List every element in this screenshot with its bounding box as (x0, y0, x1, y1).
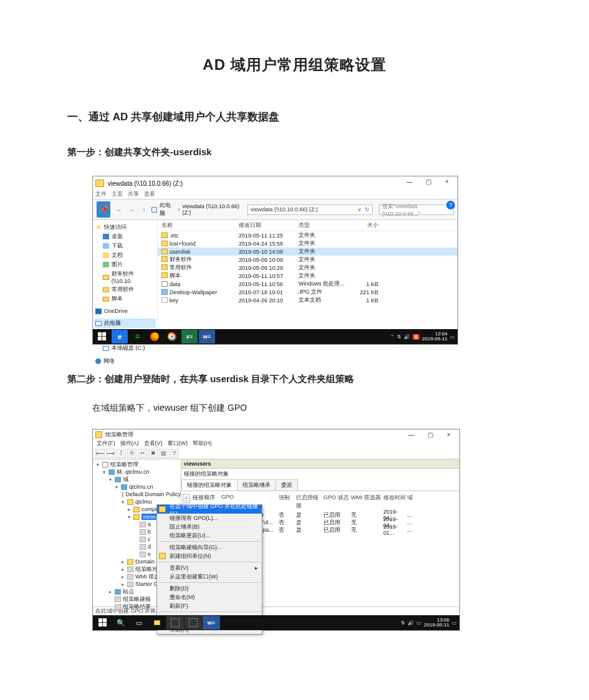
tray-sound-icon[interactable]: 🔊 (404, 334, 410, 340)
file-row[interactable]: data2019-05-11 10:56Windows 批处理...1 KB (158, 280, 457, 288)
start-button[interactable] (94, 616, 112, 630)
nav-back-button[interactable]: ← (114, 206, 124, 213)
file-row[interactable]: Desktop-Wallpaper2016-07-16 19:01JPG 文件2… (158, 288, 457, 296)
address-bar[interactable]: viewdata (\\10.10.0.66) (Z:) v ↻ (247, 204, 373, 215)
col-modified[interactable]: 修改时间 (383, 494, 407, 510)
ctx-new-window[interactable]: 从这里创建窗口(W) (157, 572, 262, 581)
file-row[interactable]: .etc2019-05-11 11:25文件夹 (158, 231, 457, 239)
taskbar-explorer-button[interactable] (148, 616, 166, 630)
nav-desktop[interactable]: 桌面 (94, 232, 156, 241)
file-row-selected[interactable]: userdisk2019-05-10 14:08文件夹 (158, 247, 457, 256)
start-button[interactable] (94, 330, 110, 343)
nav-quick-access[interactable]: 快速访问 (94, 223, 156, 232)
file-row[interactable]: lost+found2019-04-24 15:58文件夹 (158, 239, 457, 247)
file-row[interactable]: 财务软件2019-05-09 10:09文件夹 (158, 256, 457, 264)
tray-sound-icon[interactable]: 🔊 (408, 620, 414, 626)
taskbar-taskview-button[interactable]: ▭ (130, 616, 148, 630)
window-minimize-button[interactable]: — (400, 177, 419, 187)
ctx-view[interactable]: 查看(V)▸ (157, 563, 262, 572)
toolbar-copy-button[interactable]: ⎘ (127, 449, 136, 458)
col-size[interactable]: 大小 (352, 221, 383, 229)
taskbar-shell-button[interactable]: ⌗ (129, 330, 145, 343)
nav-pictures[interactable]: 图片 (94, 260, 156, 269)
window-minimize-button[interactable]: — (402, 430, 421, 440)
nav-forward-button[interactable]: → (127, 206, 136, 213)
ctx-refresh[interactable]: 刷新(F) (157, 602, 262, 610)
menu-help[interactable]: 帮助(H) (193, 439, 212, 448)
nav-fin-share[interactable]: 财务软件 (\\10.10. (94, 269, 156, 285)
menu-window[interactable]: 窗口(W) (168, 439, 188, 448)
taskbar-search-button[interactable]: 🔍 (112, 616, 130, 630)
ctx-gp-modeling-wizard[interactable]: 组策略建模向导(G)... (157, 543, 262, 552)
tray-network-icon[interactable]: ⇅ (397, 334, 401, 340)
tray-clock[interactable]: 13:06 2019-05-11 (424, 618, 449, 628)
window-titlebar[interactable]: viewdata (\\10.10.0.66) (Z:) — ▢ × (93, 176, 457, 190)
breadcrumb-location[interactable]: viewdata (\\10.10.0.66) (Z:) (183, 203, 245, 216)
tray-ime-icon[interactable]: S (413, 334, 419, 340)
nav-this-pc[interactable]: 此电脑 (94, 319, 156, 328)
tray-notification-icon[interactable]: ▭ (452, 620, 457, 626)
tree-default-domain-policy[interactable]: Default Domain Policy (93, 491, 181, 498)
col-type[interactable]: 类型 (299, 221, 352, 229)
tree-domains[interactable]: ▾域 (93, 476, 181, 483)
file-list-header[interactable]: 名称 修改日期 类型 大小 (158, 220, 457, 231)
taskbar-ie-button[interactable]: e (112, 330, 128, 343)
col-date[interactable]: 修改日期 (239, 221, 299, 229)
tree-forest[interactable]: ▾林: qtclmu.cn (93, 468, 181, 476)
nav-network[interactable]: 网络 (94, 357, 156, 366)
taskbar-servermanager-button[interactable] (166, 616, 184, 630)
file-row[interactable]: 脚本2019-05-11 10:57文件夹 (158, 272, 457, 280)
col-gpo-status[interactable]: GPO 状态 (323, 494, 351, 510)
tray-network-icon[interactable]: ⇅ (401, 620, 405, 626)
nav-common-soft[interactable]: 常用软件 (94, 285, 156, 294)
ctx-rename[interactable]: 重命名(M) (157, 593, 262, 602)
nav-local-disk[interactable]: 本地磁盘 (C:) (94, 343, 156, 353)
tray-notification-icon[interactable]: ▭ (450, 334, 455, 340)
mmc-titlebar[interactable]: 组策略管理 — ▢ × (93, 429, 459, 439)
toolbar-forward-button[interactable]: ⟶ (106, 449, 115, 458)
ctx-link-existing-gpo[interactable]: 链接现有 GPO(L)... (157, 514, 262, 522)
breadcrumb[interactable]: 此电脑 › viewdata (\\10.10.0.66) (Z:) (151, 201, 245, 218)
nav-scripts[interactable]: 脚本 (94, 294, 156, 304)
menu-view[interactable]: 查看(V) (144, 439, 163, 448)
toolbar-properties-button[interactable]: ▤ (159, 449, 168, 458)
ctx-delete[interactable]: 删除(D) (157, 584, 262, 593)
breadcrumb-this-pc[interactable]: 此电脑 (160, 201, 175, 218)
nav-onedrive[interactable]: OneDrive (94, 307, 156, 315)
menu-action[interactable]: 操作(A) (120, 439, 139, 448)
toolbar-help-button[interactable]: ? (170, 449, 179, 458)
nav-up-button[interactable]: ↑ (139, 206, 149, 213)
help-icon[interactable]: ? (446, 201, 455, 209)
taskbar-word-button[interactable]: w≡ (203, 616, 220, 630)
col-enforced[interactable]: 强制 (279, 494, 296, 510)
tray-ime-icon[interactable]: ▭ (416, 620, 421, 626)
col-link-enabled[interactable]: 已启用链接 (296, 494, 323, 510)
search-input[interactable]: 搜索"viewdata (\\10.10.0.56..." (379, 204, 454, 215)
nav-downloads[interactable]: 下载 (94, 241, 156, 251)
file-row[interactable]: key2019-04-26 20:10文本文档1 KB (158, 296, 457, 304)
menu-file[interactable]: 文件(F) (97, 439, 115, 448)
move-top-button[interactable]: ▵ (183, 494, 190, 501)
tab-file[interactable]: 文件 (95, 190, 107, 199)
taskbar-word-button[interactable]: w≡ (199, 330, 215, 343)
col-name[interactable]: 名称 (161, 221, 239, 229)
tab-home[interactable]: 主页 (112, 190, 123, 199)
col-domain[interactable]: 域 (407, 494, 436, 510)
quick-access-pin-icon[interactable]: 📌 (97, 201, 110, 218)
tree-root[interactable]: ▾组策略管理 (93, 461, 181, 468)
tab-linked-gpos[interactable]: 链接的组策略对象 (181, 479, 237, 491)
toolbar-up-button[interactable]: ⤴ (117, 449, 126, 458)
window-close-button[interactable]: × (439, 430, 458, 440)
taskbar-gpmc-button[interactable] (184, 616, 202, 630)
address-dropdown-icon[interactable]: v (358, 206, 362, 213)
tray-chevron-icon[interactable]: ⌃ (390, 334, 395, 340)
tree-domain[interactable]: ▾qtclmu.cn (93, 483, 181, 491)
tab-delegation[interactable]: 委派 (275, 479, 298, 491)
tray-clock[interactable]: 12:04 2019-05-11 (422, 332, 448, 342)
tab-view[interactable]: 查看 (144, 190, 155, 199)
ctx-new-ou[interactable]: 新建组织单位(N) (157, 552, 262, 560)
refresh-icon[interactable]: ↻ (365, 206, 370, 213)
window-maximize-button[interactable]: ▢ (421, 430, 439, 440)
ctx-gpupdate[interactable]: 组策略更新(U)... (157, 531, 262, 540)
toolbar-cut-button[interactable]: ✂ (138, 449, 147, 458)
